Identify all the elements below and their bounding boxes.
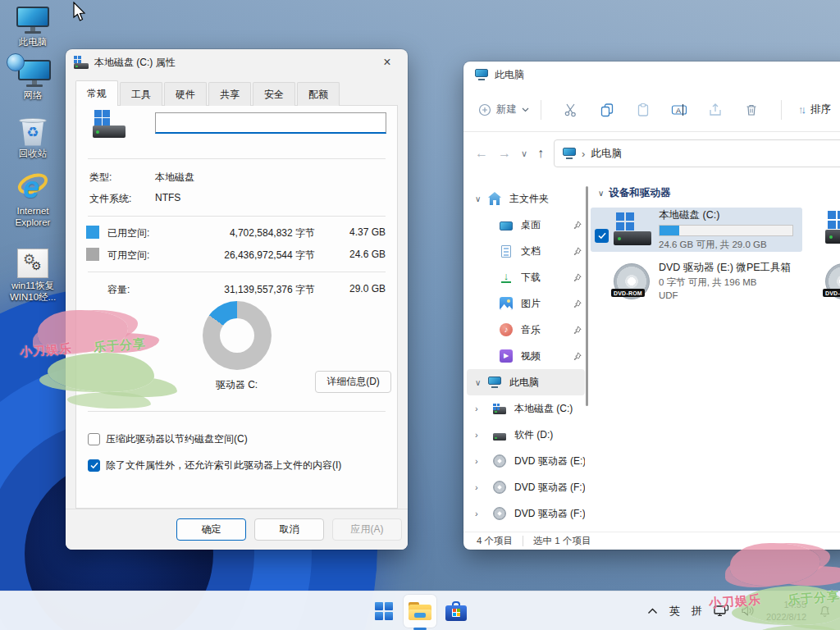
sidebar-item-disk-d[interactable]: › 软件 (D:) (467, 422, 585, 448)
tab-quota[interactable]: 配额 (297, 82, 340, 106)
dialog-titlebar[interactable]: 本地磁盘 (C:) 属性 × (66, 49, 408, 75)
desktop-folder-icon (500, 221, 513, 231)
devices-group-header[interactable]: ∨ 设备和驱动器 (598, 186, 840, 200)
desktop-icon-this-pc[interactable]: 此电脑 (3, 7, 62, 48)
delete-button[interactable] (733, 103, 769, 117)
explorer-content: ∨ 设备和驱动器 本地磁盘 (C:) 24.6 GB 可用, 共 29.0 GB (588, 175, 840, 532)
used-space-label: 已用空间: (107, 226, 149, 240)
breadcrumb-this-pc[interactable]: 此电脑 (591, 147, 622, 161)
drive-icon (74, 56, 89, 69)
sidebar-item-pictures[interactable]: 图片 (467, 290, 585, 317)
taskbar: 英 拼 14:55 2022/8/12 z (0, 591, 840, 630)
back-icon[interactable]: ← (475, 146, 488, 161)
sort-button[interactable]: ↑↓ 排序 (798, 103, 831, 116)
notification-bell-icon[interactable]: z (818, 604, 832, 618)
index-checkbox-row[interactable]: 除了文件属性外，还允许索引此驱动器上文件的内容(I) (88, 459, 341, 472)
sidebar-item-documents[interactable]: 文档 (467, 238, 585, 264)
cancel-button[interactable]: 取消 (254, 518, 324, 541)
sidebar-item-home[interactable]: ∨ 主文件夹 (467, 185, 585, 212)
index-checkbox[interactable] (88, 459, 100, 472)
desktop-icons: 此电脑 网络 ♻ 回收站 e InternetExplorer ⚙⚙ win11… (3, 7, 66, 315)
drive-info: 0 字节 可用, 共 196 MB (659, 276, 802, 289)
tab-security[interactable]: 安全 (253, 82, 295, 106)
explorer-body: ∨ 主文件夹 桌面 文档 ↓ 下载 (463, 175, 840, 532)
sidebar-item-local-disk-c[interactable]: › 本地磁盘 (C:) (467, 395, 585, 422)
chevron-down-icon[interactable]: ∨ (475, 378, 488, 387)
disk-properties-dialog: 本地磁盘 (C:) 属性 × 常规 工具 硬件 共享 安全 配额 类型: 本地磁… (66, 49, 408, 550)
selected-checkbox-icon[interactable] (595, 229, 609, 243)
drive-icon-large (93, 110, 126, 138)
sidebar-item-desktop[interactable]: 桌面 (467, 212, 585, 238)
close-icon[interactable]: × (375, 55, 399, 70)
sidebar-item-music[interactable]: ♪ 音乐 (467, 317, 585, 343)
ie-label-line2: Explorer (16, 217, 51, 227)
tray-date: 2022/8/12 (766, 611, 806, 623)
forward-icon[interactable]: → (498, 146, 511, 161)
sidebar-item-dvd-f[interactable]: › DVD 驱动器 (F:) (467, 474, 585, 500)
sort-icon: ↑↓ (798, 103, 806, 116)
tray-chevron-up-icon[interactable] (647, 608, 658, 614)
chevron-right-icon[interactable]: › (475, 456, 488, 466)
cut-button[interactable] (553, 103, 589, 117)
file-explorer-task-button[interactable] (404, 595, 436, 628)
volume-label-input[interactable] (155, 112, 386, 134)
tab-general[interactable]: 常规 (75, 80, 118, 106)
chevron-right-icon[interactable]: › (475, 509, 488, 518)
chevron-right-icon[interactable]: › (475, 430, 488, 440)
network-icon[interactable] (714, 605, 729, 618)
sidebar-item-downloads[interactable]: ↓ 下载 (467, 264, 585, 290)
drive-filesystem: UDF (659, 290, 802, 300)
up-icon[interactable]: ↑ (537, 146, 544, 161)
chevron-down-icon[interactable]: ∨ (475, 194, 488, 203)
sidebar-item-dvd-clipped[interactable]: › DVD 驱动器 (F:) (467, 500, 585, 527)
free-space-label: 可用空间: (107, 249, 149, 262)
file-explorer-icon (409, 602, 431, 620)
this-pc-icon (16, 7, 49, 34)
pin-icon (573, 221, 582, 230)
address-bar[interactable]: › 此电脑 (554, 139, 840, 167)
selection-count: 选中 1 个项目 (533, 535, 591, 547)
drive-item-partial-f[interactable]: DVD-ROM (825, 263, 840, 298)
new-button[interactable]: 新建 (478, 103, 529, 116)
desktop-icon-network[interactable]: 网络 (3, 60, 62, 102)
ime-mode-indicator[interactable]: 拼 (692, 604, 702, 619)
desktop-icon-win11-restore[interactable]: ⚙⚙ win11恢复WIN10经... (3, 249, 62, 304)
drive-item-c[interactable]: 本地磁盘 (C:) 24.6 GB 可用, 共 29.0 GB (591, 208, 802, 252)
history-chevron-icon[interactable]: ∨ (521, 148, 527, 159)
paste-button[interactable] (625, 103, 661, 117)
tab-sharing[interactable]: 共享 (208, 82, 251, 106)
volume-icon[interactable] (741, 605, 755, 617)
tab-tools[interactable]: 工具 (120, 82, 162, 106)
svg-text:z: z (827, 605, 829, 610)
rename-button[interactable]: A (661, 103, 697, 117)
sidebar-item-this-pc[interactable]: ∨ 此电脑 (467, 369, 585, 395)
tray-clock[interactable]: 14:55 2022/8/12 (766, 599, 806, 623)
chevron-right-icon[interactable]: › (475, 482, 488, 492)
filesystem-value: NTFS (155, 192, 180, 203)
ime-language-indicator[interactable]: 英 (669, 604, 680, 619)
capacity-bytes: 31,139,557,376 字节 (224, 283, 315, 297)
desktop-icon-internet-explorer[interactable]: e InternetExplorer (3, 172, 62, 229)
copy-button[interactable] (589, 103, 625, 117)
sidebar-item-dvd-e[interactable]: › DVD 驱动器 (E:) (467, 448, 585, 474)
chevron-right-icon[interactable]: › (475, 404, 488, 413)
share-button[interactable] (697, 103, 733, 117)
drive-item-partial-d[interactable] (825, 211, 840, 245)
start-button[interactable] (368, 595, 400, 628)
network-icon (15, 60, 51, 88)
ie-label-line1: Internet (16, 206, 48, 216)
apply-button[interactable]: 应用(A) (332, 518, 402, 541)
tab-hardware[interactable]: 硬件 (164, 82, 207, 106)
sidebar-item-videos[interactable]: ▶ 视频 (467, 343, 585, 369)
compress-checkbox[interactable] (88, 433, 100, 445)
explorer-titlebar[interactable]: 此电脑 (463, 62, 840, 88)
drive-item-dvd-e[interactable]: DVD-ROM DVD 驱动器 (E:) 微PE工具箱 0 字节 可用, 共 1… (591, 258, 802, 303)
details-button[interactable]: 详细信息(D) (315, 371, 391, 393)
ok-button[interactable]: 确定 (176, 518, 246, 541)
desktop-icon-label: 回收站 (19, 148, 48, 160)
desktop-icon-recycle-bin[interactable]: ♻ 回收站 (3, 116, 62, 160)
system-tray: 英 拼 14:55 2022/8/12 z (647, 591, 835, 630)
microsoft-store-button[interactable] (440, 595, 472, 628)
recycle-bin-icon: ♻ (19, 116, 47, 146)
compress-checkbox-row[interactable]: 压缩此驱动器以节约磁盘空间(C) (88, 432, 248, 446)
